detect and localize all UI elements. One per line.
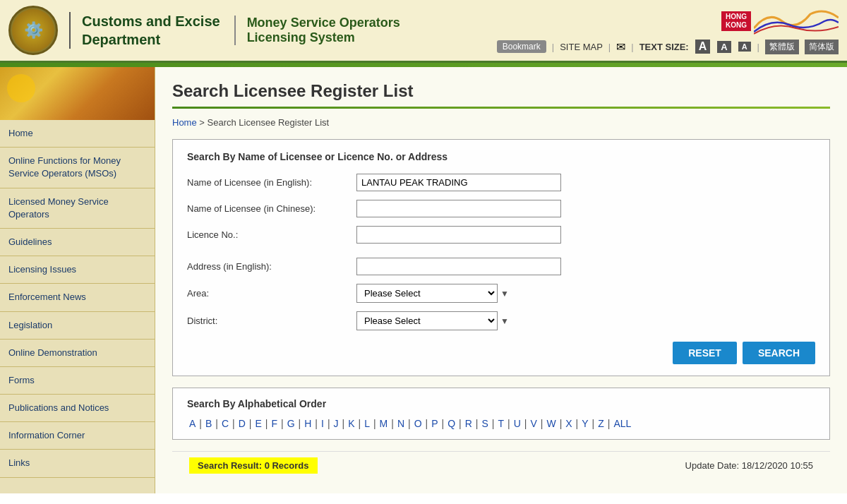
input-name-zh[interactable]: [356, 200, 561, 217]
breadcrumb: Home > Search Licensee Register List: [172, 117, 830, 128]
sidebar-item-online-demo[interactable]: Online Demonstration: [0, 340, 155, 367]
alpha-L[interactable]: L: [362, 418, 372, 429]
search-button[interactable]: SEARCH: [743, 342, 815, 364]
sidebar-item-licensing-issues[interactable]: Licensing Issues: [0, 256, 155, 284]
alpha-Y[interactable]: Y: [579, 418, 590, 429]
label-area: Area:: [187, 288, 356, 299]
alpha-Q[interactable]: Q: [445, 418, 457, 429]
main-layout: Home Online Functions for Money Service …: [0, 67, 847, 493]
sidebar-item-home[interactable]: Home: [0, 120, 155, 148]
lang-simp-chinese[interactable]: 简体版: [805, 40, 839, 54]
sidebar-item-legislation[interactable]: Legislation: [0, 312, 155, 340]
bookmark-button[interactable]: Bookmark: [497, 40, 546, 53]
textsize-small[interactable]: A: [738, 42, 751, 52]
update-date: Update Date: 18/12/2020 10:55: [685, 460, 813, 471]
input-name-en[interactable]: [356, 174, 561, 191]
alpha-I[interactable]: I: [319, 418, 326, 429]
button-row: RESET SEARCH: [187, 342, 815, 364]
logo: ⚙️: [8, 6, 58, 55]
label-licence: Licence No.:: [187, 229, 356, 240]
form-row-district: District: Please Select ▼: [187, 311, 815, 330]
hk-branding: HONG KONG: [721, 7, 839, 35]
sidebar-image: [0, 67, 155, 120]
sidebar-banner: [0, 67, 155, 120]
toolbar: Bookmark | SITE MAP | ✉ | TEXT SIZE: A A…: [497, 40, 839, 54]
sidebar-item-online-functions[interactable]: Online Functions for Money Service Opera…: [0, 148, 155, 188]
alpha-ALL[interactable]: ALL: [611, 418, 633, 429]
alpha-E[interactable]: E: [253, 418, 264, 429]
area-dropdown-icon: ▼: [500, 289, 509, 299]
textsize-medium[interactable]: A: [717, 41, 731, 53]
alpha-T[interactable]: T: [495, 418, 506, 429]
alpha-search-box: Search By Alphabetical Order A| B| C| D|…: [172, 388, 830, 440]
dept-name: Customs and Excise Department: [82, 12, 220, 49]
select-district[interactable]: Please Select: [356, 311, 498, 330]
alpha-F[interactable]: F: [269, 418, 280, 429]
textsize-large[interactable]: A: [695, 40, 711, 54]
label-district: District:: [187, 316, 356, 326]
search-form-box: Search By Name of Licensee or Licence No…: [172, 139, 830, 376]
alpha-O[interactable]: O: [412, 418, 424, 429]
form-row-address: Address (in English):: [187, 258, 815, 275]
system-title: Money Service Operators Licensing System: [234, 16, 400, 45]
alpha-W[interactable]: W: [544, 418, 558, 429]
alpha-R[interactable]: R: [463, 418, 474, 429]
alpha-N[interactable]: N: [395, 418, 407, 429]
sidebar: Home Online Functions for Money Service …: [0, 67, 155, 493]
alpha-S[interactable]: S: [479, 418, 490, 429]
alpha-C[interactable]: C: [220, 418, 231, 429]
alpha-X[interactable]: X: [563, 418, 574, 429]
sidebar-item-guidelines[interactable]: Guidelines: [0, 229, 155, 256]
sidebar-item-forms[interactable]: Forms: [0, 367, 155, 395]
alpha-G[interactable]: G: [285, 418, 297, 429]
alpha-H[interactable]: H: [302, 418, 313, 429]
alpha-Z[interactable]: Z: [596, 418, 606, 429]
lang-trad-chinese[interactable]: 繁體版: [765, 40, 799, 54]
sitemap-link[interactable]: SITE MAP: [560, 42, 603, 52]
label-name-en: Name of Licensee (in English):: [187, 177, 356, 188]
alpha-search-title: Search By Alphabetical Order: [187, 398, 815, 409]
sidebar-item-enforcement-news[interactable]: Enforcement News: [0, 284, 155, 311]
reset-button[interactable]: RESET: [673, 342, 737, 364]
breadcrumb-home-link[interactable]: Home: [172, 117, 197, 128]
alpha-links: A| B| C| D| E| F| G| H| I| J| K| L| M| N…: [187, 418, 815, 429]
select-area[interactable]: Please Select: [356, 284, 498, 303]
footer-bar: Search Result: 0 Records Update Date: 18…: [172, 451, 830, 479]
mail-icon[interactable]: ✉: [616, 40, 625, 54]
form-row-name-zh: Name of Licensee (in Chinese):: [187, 200, 815, 217]
title-underline: [172, 107, 830, 109]
sidebar-item-licensed-mso[interactable]: Licensed Money Service Operators: [0, 188, 155, 229]
alpha-P[interactable]: P: [429, 418, 440, 429]
alpha-U[interactable]: U: [512, 418, 523, 429]
input-address[interactable]: [356, 258, 561, 275]
header-right: HONG KONG Bookmark | SITE MAP | ✉ | TEXT…: [497, 7, 839, 54]
page-title: Search Licensee Register List: [172, 81, 830, 101]
hk-badge: HONG KONG: [721, 11, 751, 31]
label-address: Address (in English):: [187, 261, 356, 272]
header-left: ⚙️ Customs and Excise Department Money S…: [8, 6, 400, 55]
alpha-D[interactable]: D: [236, 418, 248, 429]
alpha-J[interactable]: J: [332, 418, 341, 429]
logo-emblem: ⚙️: [12, 9, 54, 52]
alpha-V[interactable]: V: [528, 418, 539, 429]
alpha-M[interactable]: M: [378, 418, 390, 429]
dept-title: Customs and Excise Department: [69, 12, 220, 49]
form-row-area: Area: Please Select ▼: [187, 284, 815, 303]
sidebar-item-publications[interactable]: Publications and Notices: [0, 395, 155, 422]
form-spacer: [187, 252, 815, 258]
form-row-licence: Licence No.:: [187, 226, 815, 244]
sidebar-nav: Home Online Functions for Money Service …: [0, 120, 155, 478]
alpha-A[interactable]: A: [187, 418, 198, 429]
sidebar-item-links[interactable]: Links: [0, 450, 155, 477]
sidebar-item-info-corner[interactable]: Information Corner: [0, 422, 155, 450]
textsize-label: TEXT SIZE:: [639, 42, 689, 52]
page-header: ⚙️ Customs and Excise Department Money S…: [0, 0, 847, 63]
form-row-name-en: Name of Licensee (in English):: [187, 174, 815, 191]
alpha-B[interactable]: B: [203, 418, 214, 429]
label-name-zh: Name of Licensee (in Chinese):: [187, 203, 356, 214]
input-licence[interactable]: [356, 226, 561, 244]
district-dropdown-icon: ▼: [500, 316, 509, 326]
alpha-K[interactable]: K: [346, 418, 356, 429]
search-form-title: Search By Name of Licensee or Licence No…: [187, 151, 815, 162]
main-content: Search Licensee Register List Home > Sea…: [155, 67, 847, 493]
